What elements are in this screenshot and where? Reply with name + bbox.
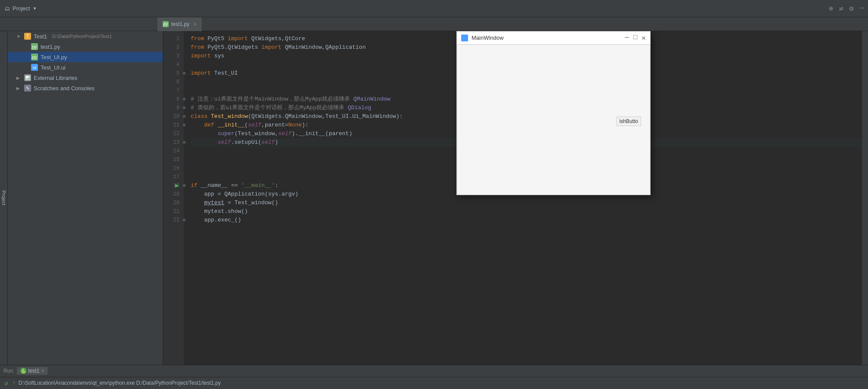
sidebar-testuiui-label: Test_UI.ui bbox=[41, 64, 66, 71]
run-snake-icon: 🐍 bbox=[20, 368, 26, 374]
sidebar-extlibs-label: External Libraries bbox=[34, 75, 77, 81]
fold-icon-8: ⊖ bbox=[183, 95, 186, 104]
sidebar-folder-label: Test1 bbox=[34, 33, 47, 40]
float-close-button[interactable]: ✕ bbox=[642, 34, 646, 42]
run-tab-name: test1 bbox=[28, 368, 39, 374]
ln-11: 11 bbox=[163, 121, 184, 130]
stop-icon[interactable]: ↑ bbox=[12, 380, 16, 387]
ln-5: 5 bbox=[163, 69, 184, 78]
top-bar-icons: ⊕ ⇄ ⚙ — bbox=[829, 4, 864, 13]
ln-3: 3 bbox=[163, 52, 184, 60]
folder-path: D:\Data\PythonProject\Test1 bbox=[52, 34, 112, 39]
expand-arrow-icon: ▼ bbox=[16, 34, 22, 39]
fold-icon-5: ⊖ bbox=[183, 69, 186, 78]
sidebar-item-testuiui[interactable]: ui Test_UI.ui bbox=[8, 62, 163, 73]
run-icon-18[interactable]: ▶ bbox=[175, 181, 179, 190]
sidebar-item-test1-folder[interactable]: ▼ T Test1 D:\Data\PythonProject\Test1 bbox=[8, 31, 163, 41]
side-label: Project bbox=[0, 31, 8, 365]
ln-7: 7 bbox=[163, 86, 184, 95]
sync-icon[interactable]: ⇄ bbox=[839, 4, 843, 13]
float-minimize-button[interactable]: — bbox=[625, 34, 629, 42]
main-layout: Project ▼ T Test1 D:\Data\PythonProject\… bbox=[0, 31, 868, 365]
bottom-bar: Run: 🐍 test1 × ↺ ↑ D:\SoftLocation\Anaco… bbox=[0, 365, 868, 389]
rerun-icon[interactable]: ↺ bbox=[4, 380, 8, 387]
float-body: ishButto bbox=[457, 44, 650, 195]
ln-8: 8 bbox=[163, 95, 184, 104]
ln-9: 9 bbox=[163, 104, 184, 112]
sidebar-testuipy-label: Test_UI.py bbox=[41, 54, 67, 60]
lib-icon: 📊 bbox=[24, 74, 31, 81]
fold-icon-18: ⊖ bbox=[183, 181, 186, 190]
ln-2: 2 bbox=[163, 43, 184, 52]
sidebar-test1py-label: test1.py bbox=[41, 44, 60, 50]
float-controls: — □ ✕ bbox=[625, 34, 646, 42]
ln-21: 21 bbox=[163, 207, 184, 216]
top-bar: 🗂 Project ▼ ⊕ ⇄ ⚙ — bbox=[0, 0, 868, 17]
ln-22: 22 bbox=[163, 216, 184, 225]
ui-file-icon: ui bbox=[31, 64, 38, 71]
ln-10: 10 bbox=[163, 112, 184, 121]
ln-14: 14 bbox=[163, 147, 184, 155]
project-vertical-label: Project bbox=[1, 190, 6, 205]
settings-icon[interactable]: ⚙ bbox=[849, 4, 854, 13]
run-label: Run: bbox=[3, 368, 14, 374]
ln-12: 12 bbox=[163, 130, 184, 138]
float-titlebar: MainWindow — □ ✕ bbox=[457, 32, 650, 44]
ln-19: 19 bbox=[163, 190, 184, 199]
run-output: ↺ ↑ D:\SoftLocation\Anaconda\envs\qt_env… bbox=[0, 377, 868, 389]
sidebar-item-external-libs[interactable]: ▶ 📊 External Libraries bbox=[8, 73, 163, 83]
kw-from: from bbox=[191, 35, 208, 43]
run-tab: Run: 🐍 test1 × bbox=[0, 365, 868, 377]
sidebar-item-test1py[interactable]: py test1.py bbox=[8, 41, 163, 52]
run-output-path: D:\SoftLocation\Anaconda\envs\qt_env\pyt… bbox=[19, 380, 221, 386]
run-tab-close[interactable]: × bbox=[41, 368, 44, 374]
fold-icon-13: ⊖ bbox=[183, 138, 186, 147]
code-line-21: mytest.show() bbox=[191, 207, 862, 216]
file-tabs: py test1.py × bbox=[0, 17, 868, 31]
float-title: MainWindow bbox=[472, 35, 621, 41]
float-window-icon bbox=[461, 35, 468, 41]
fold-icon-11: ⊖ bbox=[183, 121, 186, 130]
expand-arrow-icon3: ▶ bbox=[16, 86, 22, 91]
code-line-20: mytest = Test_window() bbox=[191, 199, 862, 207]
float-maximize-button[interactable]: □ bbox=[633, 34, 638, 42]
python-file-icon-small: py bbox=[31, 43, 38, 50]
sidebar-item-testuipy[interactable]: py Test_UI.py bbox=[8, 52, 163, 62]
editor-area[interactable]: 1 2 3 4 5 6 7 8 9 10 11 12 13 14 15 16 1… bbox=[163, 31, 862, 365]
minimize-icon[interactable]: — bbox=[859, 4, 864, 13]
line-numbers: 1 2 3 4 5 6 7 8 9 10 11 12 13 14 15 16 1… bbox=[163, 31, 184, 365]
ln-18: 18 bbox=[163, 181, 184, 190]
editor-scrollbar[interactable] bbox=[862, 31, 868, 365]
code-line-22: ⊖ app.exec_() bbox=[191, 216, 862, 225]
scratch-icon: ✎ bbox=[24, 85, 31, 92]
ln-16: 16 bbox=[163, 164, 184, 173]
run-action-icons: ↺ ↑ bbox=[4, 380, 16, 387]
python-file-icon: py bbox=[163, 21, 169, 27]
ln-1: 1 bbox=[163, 35, 184, 43]
file-tab-test1py[interactable]: py test1.py × bbox=[157, 17, 202, 31]
tab-close-button[interactable]: × bbox=[194, 21, 197, 27]
project-title[interactable]: 🗂 Project ▼ bbox=[4, 5, 37, 12]
ln-13: 13 bbox=[163, 138, 184, 147]
ln-17: 17 bbox=[163, 173, 184, 181]
folder-icon: T bbox=[24, 33, 31, 40]
fold-icon-22: ⊖ bbox=[183, 216, 186, 225]
folder-icon: 🗂 bbox=[4, 5, 10, 12]
sidebar-scratches-label: Scratches and Consoles bbox=[34, 85, 94, 92]
fold-icon-10: ⊖ bbox=[183, 112, 186, 121]
floating-window: MainWindow — □ ✕ ishButto bbox=[456, 31, 651, 195]
python-file-icon-small2: py bbox=[31, 54, 38, 60]
ln-6: 6 bbox=[163, 78, 184, 86]
ln-4: 4 bbox=[163, 60, 184, 69]
fold-icon-9: ⊖ bbox=[183, 104, 186, 112]
sidebar-item-scratches[interactable]: ▶ ✎ Scratches and Consoles bbox=[8, 83, 163, 93]
ln-15: 15 bbox=[163, 155, 184, 164]
sidebar: ▼ T Test1 D:\Data\PythonProject\Test1 py… bbox=[8, 31, 163, 365]
float-push-button[interactable]: ishButto bbox=[616, 117, 641, 126]
globe-icon[interactable]: ⊕ bbox=[829, 4, 833, 13]
expand-arrow-icon2: ▶ bbox=[16, 76, 22, 80]
run-tab-item[interactable]: 🐍 test1 × bbox=[17, 367, 47, 375]
ln-20: 20 bbox=[163, 199, 184, 207]
project-label: Project bbox=[13, 5, 30, 12]
tab-filename: test1.py bbox=[171, 21, 189, 27]
